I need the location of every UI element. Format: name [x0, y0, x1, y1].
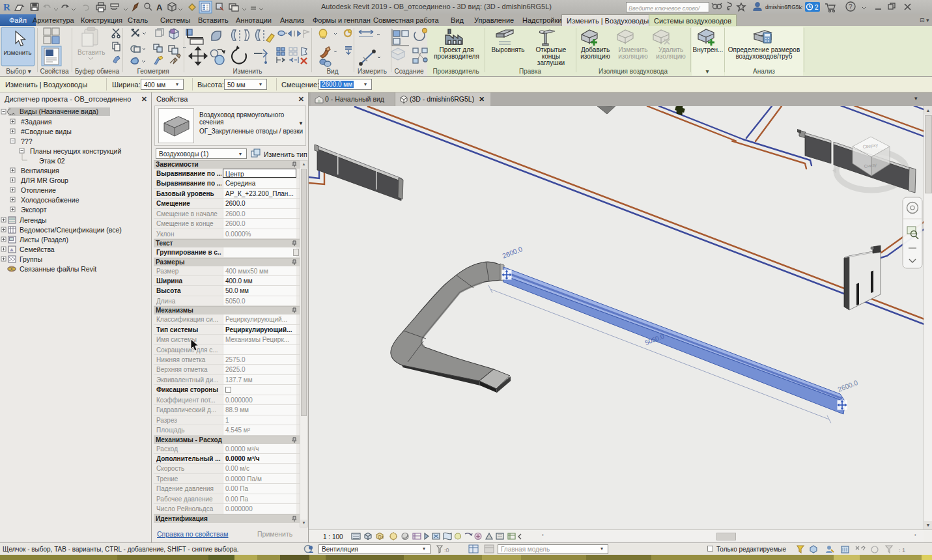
svg-text:Связанные файлы Revit: Связанные файлы Revit	[20, 265, 96, 273]
svg-text:?: ?	[849, 3, 853, 10]
svg-text:Семейства: Семейства	[20, 245, 55, 253]
svg-text:Ведомости/Спецификации (все): Ведомости/Спецификации (все)	[20, 226, 122, 234]
svg-text:#Сводные виды: #Сводные виды	[21, 128, 72, 135]
svg-text:Вставить: Вставить	[78, 49, 105, 56]
svg-text:Легенды: Легенды	[20, 216, 47, 224]
svg-text:Gx: Gx	[378, 535, 384, 539]
svg-text:???: ???	[21, 137, 33, 145]
svg-text:Планы несущих конструкций: Планы несущих конструкций	[30, 147, 121, 155]
svg-text:ДЛЯ MR Group: ДЛЯ MR Group	[21, 176, 68, 184]
svg-text:Изменить: Изменить	[4, 49, 32, 56]
svg-text:#Задания: #Задания	[21, 118, 51, 126]
svg-text:Листы (Раздел): Листы (Раздел)	[20, 236, 68, 244]
svg-text:Отопление: Отопление	[21, 186, 56, 194]
svg-text:2: 2	[815, 4, 819, 11]
svg-text:Вентиляция: Вентиляция	[21, 167, 59, 175]
svg-text:Экспорт: Экспорт	[21, 206, 47, 214]
svg-text:R: R	[3, 2, 10, 12]
svg-text:Виды (Назначение вида): Виды (Назначение вида)	[20, 107, 98, 115]
svg-text:Этаж 02: Этаж 02	[39, 157, 65, 165]
svg-text:dmishin6RG5L: dmishin6RG5L	[765, 4, 802, 10]
svg-text:A: A	[156, 3, 163, 12]
svg-text:: 1: : 1	[899, 547, 905, 553]
svg-text:Холодоснабжение: Холодоснабжение	[21, 196, 79, 204]
svg-text:Группы: Группы	[20, 255, 42, 263]
svg-text::0: :0	[444, 547, 449, 553]
